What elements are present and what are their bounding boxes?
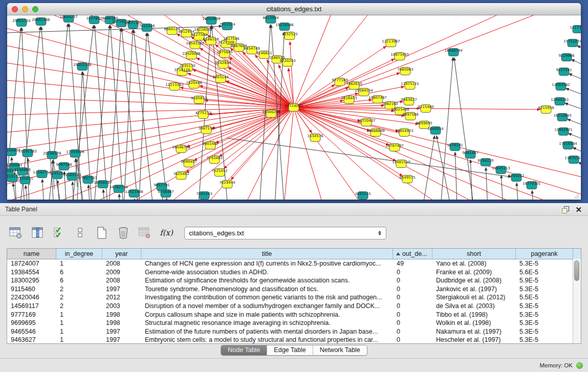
cell-title[interactable]: Corpus callosum shape and size in male p…: [141, 311, 393, 319]
cell-name[interactable]: 22420046: [7, 293, 56, 302]
cell-title[interactable]: Embryonic stem cells: a model to study s…: [141, 336, 393, 344]
cell-pagerank[interactable]: 5.3E-5: [516, 302, 573, 311]
cell-name[interactable]: 9777169: [7, 311, 56, 319]
cell-title[interactable]: Tourette syndrome. Phenomenology and cla…: [141, 285, 393, 294]
cell-out-de-[interactable]: 0: [393, 293, 432, 302]
cell-year[interactable]: 1997: [102, 327, 141, 336]
cell-out-de-[interactable]: 0: [393, 285, 432, 294]
cell-out-de-[interactable]: 0: [393, 268, 432, 277]
cell-year[interactable]: 1998: [102, 319, 141, 327]
cell-short[interactable]: Franke et al. (2009): [432, 268, 516, 277]
cell-title[interactable]: Structural magnetic resonance image aver…: [141, 319, 393, 327]
cell-name[interactable]: 9463627: [7, 336, 56, 344]
cell-short[interactable]: de Silva et al. (2003): [432, 302, 516, 311]
table-row[interactable]: 1830029562008Estimation of significance …: [7, 276, 581, 285]
window-resize-grip[interactable]: [573, 192, 580, 199]
cell-pagerank[interactable]: 5.5E-5: [516, 293, 573, 302]
cell-pagerank[interactable]: 5.3E-5: [516, 311, 573, 319]
cell-name[interactable]: 18724007: [7, 259, 56, 268]
function-builder-icon[interactable]: f(x): [159, 225, 174, 240]
table-scrollbar[interactable]: [573, 259, 581, 343]
cell-year[interactable]: 1998: [102, 311, 141, 319]
cell-in-degree[interactable]: 1: [56, 336, 102, 344]
show-columns-icon[interactable]: [30, 225, 45, 240]
cell-in-degree[interactable]: 1: [56, 327, 102, 336]
table-row[interactable]: 1456911722003Disruption of a novel membe…: [7, 302, 581, 311]
cell-name[interactable]: 19384554: [7, 268, 56, 277]
table-row[interactable]: 1872400712008Changes of HCN gene express…: [7, 259, 581, 268]
cell-short[interactable]: Yano et al. (2008): [432, 259, 516, 268]
cell-year[interactable]: 2008: [102, 259, 141, 268]
clear-selection-icon[interactable]: [73, 225, 88, 240]
cell-name[interactable]: 18300295: [7, 276, 56, 285]
column-header-pagerank[interactable]: pagerank: [516, 249, 573, 259]
cell-year[interactable]: 1997: [102, 336, 141, 344]
cell-short[interactable]: Wolkin et al. (1998): [432, 319, 516, 327]
table-row[interactable]: 1938455462009Genome-wide association stu…: [7, 268, 581, 277]
column-header-in-degree[interactable]: in_degree: [56, 249, 102, 259]
cell-year[interactable]: 2008: [102, 276, 141, 285]
cell-title[interactable]: Estimation of the future numbers of pati…: [141, 327, 393, 336]
cell-pagerank[interactable]: 5.3E-5: [516, 319, 573, 327]
cell-name[interactable]: 9465546: [7, 327, 56, 336]
cell-in-degree[interactable]: 6: [56, 276, 102, 285]
cell-out-de-[interactable]: 0: [393, 319, 432, 327]
column-header-name[interactable]: name: [7, 249, 56, 259]
cell-out-de-[interactable]: 0: [393, 276, 432, 285]
cell-name[interactable]: 14569117: [7, 302, 56, 311]
table-row[interactable]: 911546021997Tourette syndrome. Phenomeno…: [7, 285, 581, 294]
new-table-icon[interactable]: [94, 225, 110, 240]
cell-year[interactable]: 2003: [102, 302, 141, 311]
column-header-out-de-[interactable]: out_de...: [393, 249, 432, 259]
tab-node-table[interactable]: Node Table: [221, 345, 267, 355]
cell-in-degree[interactable]: 6: [56, 268, 102, 277]
window-titlebar[interactable]: citations_edges.txt: [7, 3, 581, 15]
scrollbar-thumb[interactable]: [574, 260, 579, 281]
cell-pagerank[interactable]: 5.3E-5: [516, 259, 573, 268]
tab-edge-table[interactable]: Edge Table: [267, 345, 313, 355]
table-row[interactable]: 946554611997Estimation of the future num…: [7, 327, 581, 336]
cell-short[interactable]: Tibbo et al. (1998): [432, 311, 516, 319]
cell-out-de-[interactable]: 0: [393, 311, 432, 319]
column-header-year[interactable]: year: [102, 249, 141, 259]
delete-table-icon[interactable]: [116, 225, 131, 240]
cell-name[interactable]: 9699695: [7, 319, 56, 327]
cell-in-degree[interactable]: 1: [56, 259, 102, 268]
cell-pagerank[interactable]: 5.3E-5: [516, 285, 573, 294]
cell-in-degree[interactable]: 1: [56, 319, 102, 327]
cell-year[interactable]: 2009: [102, 268, 141, 277]
cell-short[interactable]: Hescheler et al. (1997): [432, 336, 516, 344]
cell-title[interactable]: Investigating the contribution of common…: [141, 293, 393, 302]
cell-short[interactable]: Dudbridge et al. (2008): [432, 276, 516, 285]
tab-network-table[interactable]: Network Table: [313, 345, 367, 355]
network-canvas[interactable]: 1872400718300295182260588912954896012491…: [7, 15, 581, 200]
table-row[interactable]: 977716911998Corpus callosum shape and si…: [7, 311, 581, 319]
cell-out-de-[interactable]: 0: [393, 327, 432, 336]
cell-title[interactable]: Disruption of a novel member of a sodium…: [141, 302, 393, 311]
column-header-title[interactable]: title: [141, 249, 393, 259]
cell-in-degree[interactable]: 1: [56, 311, 102, 319]
cell-year[interactable]: 2012: [102, 293, 141, 302]
cell-pagerank[interactable]: 5.9E-5: [516, 276, 573, 285]
cell-pagerank[interactable]: 5.3E-5: [516, 327, 573, 336]
cell-year[interactable]: 1997: [102, 285, 141, 294]
cell-in-degree[interactable]: 2: [56, 302, 102, 311]
cell-short[interactable]: Nakamura et al. (1997): [432, 327, 516, 336]
cell-title[interactable]: Changes of HCN gene expression and I(f) …: [141, 259, 393, 268]
cell-title[interactable]: Genome-wide association studies in ADHD.: [141, 268, 393, 277]
cell-short[interactable]: Stergiakouli et al. (2012): [432, 293, 516, 302]
cell-name[interactable]: 9115460: [7, 285, 56, 294]
table-row[interactable]: 2242004622012Investigating the contribut…: [7, 293, 581, 302]
table-row[interactable]: 946362711997Embryonic stem cells: a mode…: [7, 336, 581, 344]
cell-pagerank[interactable]: 5.6E-5: [516, 268, 573, 277]
cell-pagerank[interactable]: 5.3E-5: [516, 336, 573, 344]
citation-network-graph[interactable]: 1872400718300295182260588912954896012491…: [7, 15, 581, 200]
table-selector[interactable]: citations_edges.txt: [184, 227, 386, 239]
table-mode-icon[interactable]: [8, 225, 24, 240]
memory-status-indicator[interactable]: [576, 362, 583, 369]
close-icon[interactable]: ✕: [575, 206, 582, 213]
table-row[interactable]: 969969511998Structural magnetic resonanc…: [7, 319, 581, 327]
cell-out-de-[interactable]: 0: [393, 302, 432, 311]
cell-out-de-[interactable]: 0: [393, 336, 432, 344]
cell-in-degree[interactable]: 2: [56, 285, 102, 294]
